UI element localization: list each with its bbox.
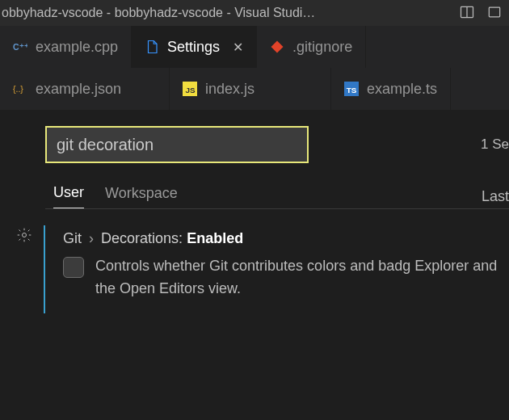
svg-text:C⁺⁺: C⁺⁺: [13, 42, 27, 52]
setting-card: Git › Decorations: Enabled Controls whet…: [44, 225, 509, 313]
tab-label: example.json: [36, 81, 121, 98]
scope-user[interactable]: User: [53, 184, 84, 208]
titlebar-actions: [459, 4, 503, 23]
tab-example-cpp[interactable]: C⁺⁺ example.cpp: [0, 26, 132, 68]
tab-gitignore[interactable]: .gitignore: [257, 26, 366, 68]
setting-category: Git: [63, 230, 82, 246]
setting-title: Git › Decorations: Enabled: [63, 230, 509, 247]
settings-file-icon: [145, 40, 159, 54]
setting-description: Controls whether Git contributes colors …: [95, 255, 509, 300]
tab-index-js[interactable]: JS index.js: [170, 68, 331, 110]
git-icon: [270, 40, 284, 54]
tab-label: index.js: [205, 81, 254, 98]
search-value: git decoration: [57, 136, 154, 154]
tab-label: .gitignore: [292, 39, 352, 56]
tab-example-ts[interactable]: TS example.ts: [331, 68, 451, 110]
tab-row-2: {..} example.json JS index.js TS example…: [0, 68, 509, 110]
cpp-icon: C⁺⁺: [13, 40, 27, 54]
js-icon: JS: [183, 82, 197, 96]
tab-example-json[interactable]: {..} example.json: [0, 68, 170, 110]
scope-extras[interactable]: Last: [482, 188, 509, 205]
setting-checkbox[interactable]: [63, 257, 84, 278]
scope-workspace[interactable]: Workspace: [105, 185, 178, 208]
window-titlebar: obbyhadz-vscode - bobbyhadz-vscode - Vis…: [0, 0, 509, 26]
settings-editor: git decoration 1 Se User Workspace Last …: [0, 110, 509, 313]
setting-state: Enabled: [187, 230, 243, 246]
tab-row-1: C⁺⁺ example.cpp Settings ✕ .gitignore: [0, 26, 509, 68]
setting-body: Controls whether Git contributes colors …: [63, 255, 509, 300]
json-icon: {..}: [13, 82, 27, 96]
settings-scope-row: User Workspace Last: [0, 163, 509, 208]
gear-icon[interactable]: [16, 232, 32, 246]
setting-item: Git › Decorations: Enabled Controls whet…: [0, 209, 509, 313]
svg-text:TS: TS: [347, 86, 357, 94]
maximize-icon[interactable]: [486, 4, 503, 23]
ts-icon: TS: [344, 82, 359, 96]
panel-layout-icon[interactable]: [459, 4, 475, 23]
tab-label: Settings: [167, 39, 220, 56]
setting-key: Decorations:: [101, 230, 183, 246]
settings-search-input[interactable]: git decoration: [45, 126, 309, 163]
window-title: obbyhadz-vscode - bobbyhadz-vscode - Vis…: [2, 6, 315, 20]
svg-rect-2: [489, 7, 499, 17]
svg-text:JS: JS: [186, 86, 196, 94]
chevron-right-icon: ›: [89, 230, 94, 246]
svg-text:{..}: {..}: [13, 84, 23, 94]
settings-search-row: git decoration 1 Se: [0, 126, 509, 163]
tab-label: example.cpp: [36, 39, 118, 56]
svg-point-9: [23, 233, 27, 237]
settings-result-count: 1 Se: [481, 136, 509, 153]
tab-label: example.ts: [367, 81, 437, 98]
close-icon[interactable]: ✕: [233, 40, 243, 55]
tab-settings[interactable]: Settings ✕: [132, 26, 257, 68]
